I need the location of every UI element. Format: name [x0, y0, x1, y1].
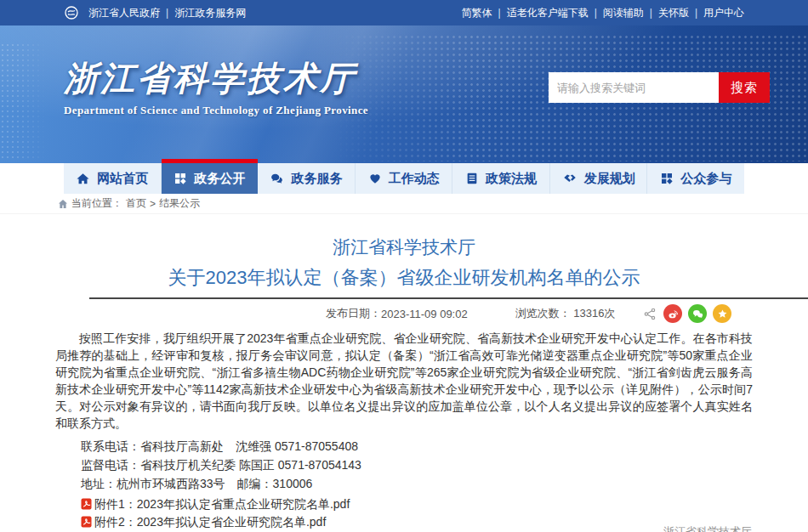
article-title-line2: 关于2023年拟认定（备案）省级企业研发机构名单的公示 — [0, 265, 808, 291]
attachment-link[interactable]: 附件1：2023年拟认定省重点企业研究院名单.pdf — [81, 498, 808, 510]
article-meta: 发布日期： 2023-11-09 09:02 浏览次数： 13316次 — [0, 299, 808, 328]
contact-line: 监督电话：省科技厅机关纪委 陈国正 0571-87054143 — [81, 456, 753, 474]
nav-item-policy[interactable]: 政策法规 — [452, 163, 550, 194]
attachment-label: 附件2：2023年拟认定省企业研究院名单.pdf — [94, 516, 326, 528]
share-nodes-icon[interactable] — [643, 307, 657, 321]
link-reading-assist[interactable]: 阅读辅助 — [603, 6, 644, 20]
nav-item-label: 网站首页 — [97, 171, 148, 187]
nav-item-public-participation[interactable]: 公众参与 — [647, 163, 744, 194]
header-banner: 浙江省科学技术厅 Department of Science and Techn… — [0, 25, 808, 163]
breadcrumb-current: 结果公示 — [159, 196, 200, 211]
site-logo[interactable]: 浙江省科学技术厅 Department of Science and Techn… — [64, 59, 368, 117]
nav-item-label: 政务服务 — [291, 171, 342, 187]
separator: | — [595, 7, 597, 19]
separator: | — [498, 7, 501, 19]
contact-info: 联系电话：省科技厅高新处 沈维强 0571-87055408 监督电话：省科技厅… — [81, 437, 753, 493]
search-box: 搜索 — [549, 72, 770, 103]
wechat-icon[interactable] — [688, 304, 707, 323]
contact-line: 联系电话：省科技厅高新处 沈维强 0571-87055408 — [81, 437, 753, 456]
nav-item-label: 政策法规 — [486, 171, 537, 187]
attachment-label: 附件1：2023年拟认定省重点企业研究院名单.pdf — [94, 498, 350, 510]
separator: | — [166, 7, 168, 19]
nav-item-work-news[interactable]: 工作动态 — [356, 163, 453, 194]
main-nav: 网站首页 政务公开 政务服务 工作动态 — [0, 163, 808, 194]
nav-item-label: 发展规划 — [584, 171, 635, 187]
publish-date-label: 发布日期： — [326, 306, 381, 321]
breadcrumb: 当前位置： 首页 > 结果公示 — [0, 194, 808, 214]
share-bar — [643, 304, 731, 323]
nav-item-label: 政务公开 — [194, 171, 245, 187]
article: 浙江省科学技术厅 关于2023年拟认定（备案）省级企业研发机构名单的公示 发布日… — [0, 214, 808, 532]
link-gov-service-network[interactable]: 浙江政务服务网 — [174, 6, 246, 20]
footer-site-name: 浙江省科学技术厅 — [663, 524, 752, 532]
search-input[interactable] — [549, 72, 719, 103]
link-simplified-traditional[interactable]: 简繁体 — [462, 6, 492, 20]
separator: | — [695, 7, 697, 19]
link-provincial-government[interactable]: 浙江省人民政府 — [88, 6, 160, 20]
contact-line: 地址：杭州市环城西路33号 邮编：310006 — [81, 474, 753, 493]
breadcrumb-separator: > — [150, 198, 156, 210]
article-body-paragraph: 按照工作安排，我厅组织开展了2023年省重点企业研究院、省企业研究院、省高新技术… — [55, 330, 753, 432]
top-utility-bar: 浙江省人民政府 | 浙江政务服务网 简繁体 | 适老化客户端下载 | 阅读辅助 … — [0, 0, 808, 25]
site-name-english: Department of Science and Technology of … — [64, 104, 368, 117]
search-button[interactable]: 搜索 — [719, 72, 770, 103]
home-icon — [76, 172, 90, 186]
nav-item-development-plan[interactable]: 发展规划 — [550, 163, 648, 194]
policy-doc-icon — [465, 172, 479, 185]
banner-dot-strip — [0, 42, 47, 161]
nav-item-label: 工作动态 — [389, 171, 440, 187]
gov-service-icon — [270, 172, 284, 186]
separator: | — [650, 7, 652, 19]
views-value: 13316次 — [573, 307, 615, 320]
nav-item-gov-affairs-open[interactable]: 政务公开 — [162, 163, 259, 194]
article-title-line1: 浙江省科学技术厅 — [0, 236, 808, 258]
nav-item-label: 公众参与 — [680, 171, 731, 187]
weibo-icon[interactable] — [663, 304, 682, 323]
gov-emblem-icon — [64, 5, 79, 20]
gov-affairs-open-icon — [174, 172, 187, 185]
pdf-icon — [81, 516, 92, 528]
work-news-icon — [368, 172, 382, 185]
development-plan-icon — [562, 171, 578, 186]
publish-date-value: 2023-11-09 09:02 — [381, 308, 468, 320]
favorite-star-icon[interactable] — [713, 304, 731, 323]
breadcrumb-label: 当前位置： — [71, 196, 122, 211]
pdf-icon — [81, 498, 92, 510]
link-user-center[interactable]: 用户中心 — [703, 6, 744, 20]
public-participation-icon — [660, 172, 674, 185]
breadcrumb-home-link[interactable]: 首页 — [126, 196, 146, 211]
site-name: 浙江省科学技术厅 — [64, 59, 368, 97]
home-icon — [58, 199, 68, 209]
views-label: 浏览次数： — [515, 307, 571, 320]
nav-item-home[interactable]: 网站首页 — [64, 163, 162, 194]
link-elderly-client-download[interactable]: 适老化客户端下载 — [507, 6, 589, 20]
nav-item-gov-service[interactable]: 政务服务 — [258, 163, 356, 194]
page: 浙江省人民政府 | 浙江政务服务网 简繁体 | 适老化客户端下载 | 阅读辅助 … — [0, 0, 808, 532]
link-care-version[interactable]: 关怀版 — [658, 6, 689, 20]
